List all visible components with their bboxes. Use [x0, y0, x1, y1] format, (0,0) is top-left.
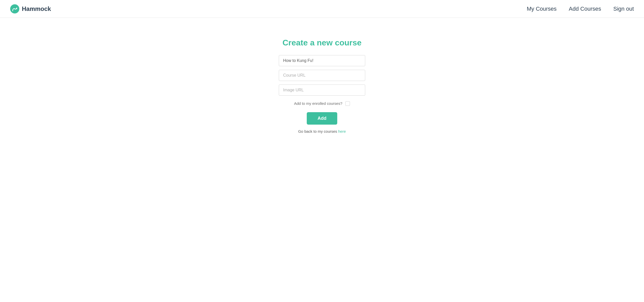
hammock-logo-icon — [10, 4, 19, 13]
enroll-checkbox[interactable] — [345, 101, 350, 106]
back-text: Go back to my courses — [298, 129, 338, 133]
image-url-input[interactable] — [279, 85, 365, 96]
add-courses-link[interactable]: Add Courses — [569, 6, 601, 12]
course-name-input[interactable] — [279, 55, 365, 66]
page-title: Create a new course — [282, 38, 361, 47]
brand-name: Hammock — [22, 5, 51, 12]
course-url-input[interactable] — [279, 70, 365, 81]
add-button[interactable]: Add — [307, 112, 337, 125]
my-courses-link[interactable]: My Courses — [527, 6, 557, 12]
sign-out-link[interactable]: Sign out — [613, 6, 634, 12]
back-link-row: Go back to my courses here — [298, 129, 346, 133]
back-here-link[interactable]: here — [338, 129, 346, 133]
main-content: Create a new course Add to my enrolled c… — [0, 18, 644, 133]
brand-logo-link[interactable]: Hammock — [10, 4, 51, 13]
nav-links: My Courses Add Courses Sign out — [527, 6, 634, 12]
enroll-checkbox-row: Add to my enrolled courses? — [279, 101, 365, 106]
create-course-form: Add to my enrolled courses? Add Go back … — [279, 55, 365, 133]
enroll-checkbox-label: Add to my enrolled courses? — [294, 101, 342, 106]
navbar: Hammock My Courses Add Courses Sign out — [0, 0, 644, 18]
